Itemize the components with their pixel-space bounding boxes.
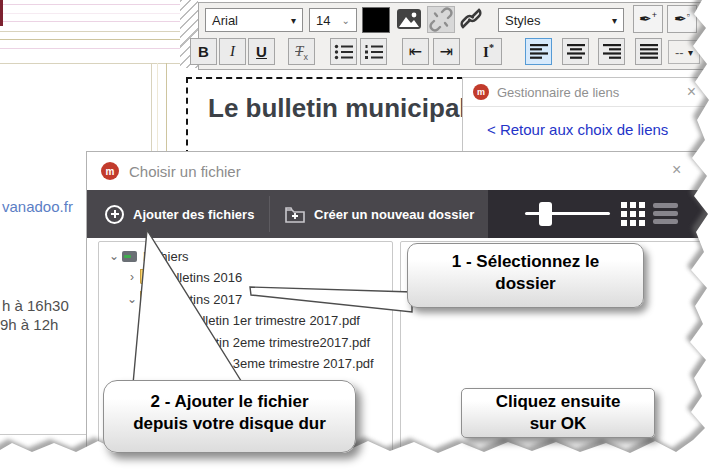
line-height-button[interactable]: I* (475, 38, 502, 65)
slider-handle[interactable] (539, 202, 552, 226)
tree-item-label: bulletin 3eme trimestre 2017.pdf (188, 356, 374, 371)
unlink-button[interactable] (427, 6, 455, 33)
page-heading: Le bulletin municipal (208, 93, 471, 124)
tree-item-label: bulletin 2eme trimestre2017.pdf (188, 335, 370, 350)
page-edge-mark (0, 0, 3, 26)
font-family-select[interactable]: Arial ▾ (205, 8, 303, 32)
list-view-icon[interactable] (653, 203, 678, 225)
bold-label: B (198, 43, 209, 60)
tree-item-fichiers[interactable]: ⌄ Fichiers (106, 247, 189, 265)
tree-item-label: Fichiers (143, 249, 189, 264)
line-height-icon: I* (483, 42, 494, 61)
numbered-list-button[interactable] (360, 38, 387, 65)
chevron-down-icon[interactable]: ⌄ (124, 292, 140, 306)
link-manager-titlebar: m Gestionnaire de liens × (463, 78, 718, 107)
guide-line (0, 48, 180, 49)
align-justify-button[interactable] (635, 38, 662, 65)
chevron-right-icon[interactable]: › (124, 270, 140, 284)
bullet-list-icon (334, 44, 354, 60)
callout-ok-line2: sur OK (462, 413, 654, 435)
chevron-down-icon[interactable]: ⌄ (106, 249, 122, 263)
grid-view-icon[interactable] (621, 202, 645, 226)
pen-box-icon: ✒▫ (674, 10, 690, 28)
outdent-button[interactable]: ⇤ (402, 38, 429, 65)
bold-button[interactable]: B (190, 38, 217, 65)
back-to-link-choices-link[interactable]: < Retour aux choix de liens (487, 121, 668, 138)
tree-item-pdf-3[interactable]: bulletin 3eme trimestre 2017.pdf (188, 354, 374, 372)
plus-circle-icon (105, 205, 124, 224)
callout-ok: Cliquez ensuite sur OK (461, 388, 655, 438)
add-files-label: Ajouter des fichiers (133, 207, 254, 222)
dropdown-caret-icon: ▾ (688, 47, 693, 58)
font-family-value: Arial (212, 13, 238, 28)
text-color-button[interactable] (362, 7, 390, 33)
indent-button[interactable]: ⇥ (433, 38, 460, 65)
guide-line (0, 13, 180, 14)
close-icon[interactable]: × (672, 162, 681, 178)
extra-size-select[interactable]: -- ▾ (668, 40, 700, 64)
tree-item-pdf-1[interactable]: bulletin 1er trimestre 2017.pdf (188, 311, 360, 329)
font-size-value: 14 (316, 13, 330, 28)
callout-step2-line1: 2 - Ajouter le fichier (104, 391, 355, 413)
underline-label: U (256, 43, 267, 60)
anchor-pen-box-button[interactable]: ✒▫ (667, 5, 697, 33)
styles-select[interactable]: Styles ▾ (498, 8, 624, 32)
guide-line (0, 31, 180, 32)
app-logo-icon: m (101, 162, 119, 180)
wanadoo-link[interactable]: vanadoo.fr (2, 198, 73, 215)
close-icon[interactable]: × (687, 84, 696, 100)
add-files-button[interactable]: Ajouter des fichiers (105, 190, 254, 238)
thumbnail-size-slider[interactable] (525, 212, 610, 215)
guide-line (0, 4, 180, 5)
dialog-titlebar: m Choisir un fichier × (87, 152, 718, 190)
tree-item-bulletins-2016[interactable]: › bulletins 2016 (124, 268, 242, 286)
selected-content-block[interactable]: Le bulletin municipal (186, 77, 473, 156)
dropdown-caret-icon: ▾ (291, 15, 296, 26)
tree-item-label: bulletins 2017 (162, 292, 242, 307)
underline-button[interactable]: U (248, 38, 275, 65)
align-right-icon (603, 44, 621, 59)
screenshot-root: vanadoo.fr h à 16h30 9h à 12h Arial ▾ 14… (0, 0, 719, 471)
align-left-button[interactable] (525, 38, 552, 65)
opening-hours-line2: 9h à 12h (0, 316, 58, 333)
guide-line (0, 21, 180, 22)
tree-item-bulletins-2017[interactable]: ⌄ bulletins 2017 (124, 290, 242, 308)
dialog-title: Choisir un fichier (129, 163, 241, 180)
insert-image-button[interactable] (396, 8, 424, 33)
create-folder-label: Créer un nouveau dossier (314, 207, 474, 222)
clear-format-button[interactable]: Tx (288, 38, 315, 65)
pen-plus-icon: ✒+ (639, 10, 657, 28)
font-size-select[interactable]: 14 ⌄ (309, 8, 357, 32)
chevron-down-icon: ⌄ (342, 15, 350, 26)
link-manager-panel: m Gestionnaire de liens × < Retour aux c… (462, 77, 719, 152)
tree-item-label: bulletins 2016 (162, 270, 242, 285)
callout-step2: 2 - Ajouter le fichier depuis votre disq… (103, 380, 356, 453)
numbered-list-icon (364, 44, 384, 60)
toolbar-separator (269, 196, 270, 232)
dropdown-caret-icon: ▾ (612, 15, 617, 26)
link-icon (458, 6, 484, 31)
link-button[interactable] (458, 6, 486, 33)
callout-step1-line1: 1 - Sélectionnez le (408, 251, 643, 273)
align-justify-icon (640, 44, 658, 59)
guide-line (0, 434, 86, 435)
bullet-list-button[interactable] (330, 38, 357, 65)
extra-size-value: -- (675, 45, 684, 60)
italic-button[interactable]: I (219, 38, 246, 65)
align-right-button[interactable] (598, 38, 625, 65)
guide-line (0, 39, 180, 40)
view-options-section (488, 190, 719, 238)
dialog-toolbar: Ajouter des fichiers Créer un nouveau do… (87, 190, 719, 238)
link-manager-title: Gestionnaire de liens (497, 85, 619, 100)
callout-step1-line2: dossier (408, 273, 643, 295)
tree-item-pdf-2[interactable]: bulletin 2eme trimestre2017.pdf (188, 333, 370, 351)
styles-value: Styles (505, 13, 540, 28)
create-folder-button[interactable]: Créer un nouveau dossier (285, 190, 474, 238)
anchor-pen-add-button[interactable]: ✒+ (633, 5, 663, 33)
tree-item-label: bulletin 1er trimestre 2017.pdf (188, 313, 360, 328)
callout-step2-line2: depuis votre disque dur (104, 413, 355, 435)
clear-format-icon: Tx (295, 42, 308, 62)
align-center-button[interactable] (562, 38, 589, 65)
app-logo-icon: m (473, 84, 489, 100)
broken-link-icon (428, 7, 454, 32)
